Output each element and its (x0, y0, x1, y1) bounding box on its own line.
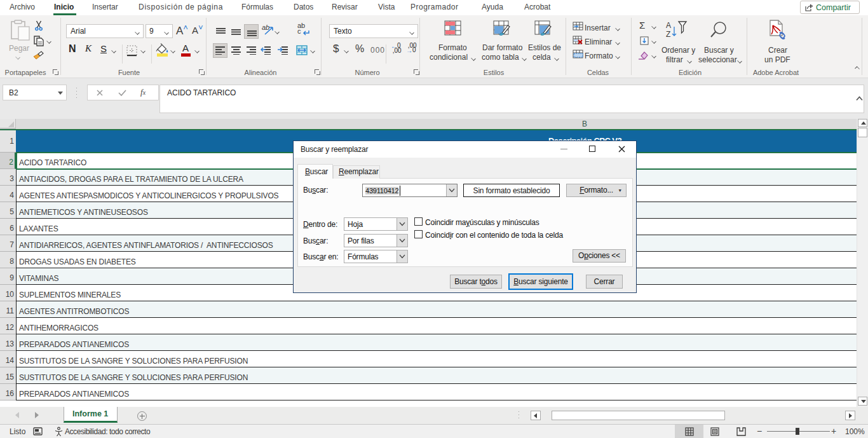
svg-text:A: A (666, 21, 671, 30)
svg-text:Z: Z (666, 30, 670, 39)
